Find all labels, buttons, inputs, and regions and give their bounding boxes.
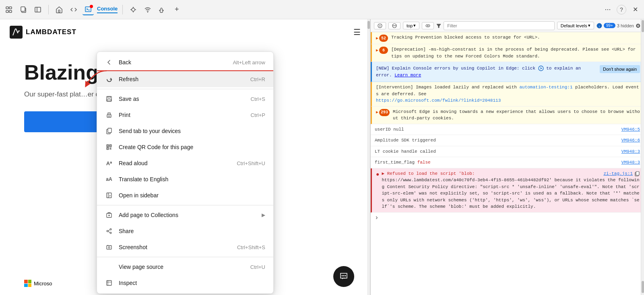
automation-testing-link[interactable]: automation-testing:1 [519,85,572,90]
sidebar-icon[interactable] [32,4,43,15]
wifi-icon[interactable] [142,4,153,15]
screenshot-menu-icon [105,243,113,251]
close-devtools-icon[interactable]: ✕ [630,4,641,15]
error-circle-icon: ● [376,170,379,179]
log-entry-10: ● ▶ Refused to load the script 'blob: zi… [371,168,644,213]
share-icon [105,227,113,235]
chat-fab-button[interactable] [333,266,354,287]
log-source-8[interactable]: VM948:3 [621,148,640,155]
copy-error-icon[interactable] [634,171,640,176]
expand-more-button[interactable]: › [371,213,644,223]
menu-item-save-as[interactable]: Save as Ctrl+S [97,91,273,107]
svg-point-48 [108,247,110,248]
view-source-icon [105,263,113,271]
save-as-icon [105,95,113,103]
console-tab-icon[interactable] [83,4,94,15]
menu-item-back[interactable]: Back Alt+Left arrow [97,54,273,70]
menu-item-refresh[interactable]: Refresh Ctrl+R [97,71,273,87]
primary-cta-button[interactable] [24,111,105,132]
menu-item-print[interactable]: Print Ctrl+P [97,107,273,123]
top-dropdown-icon: ▾ [413,23,416,28]
home-icon[interactable] [54,4,65,15]
error-text-block: ▶ Refused to load the script 'blob: zi-t… [382,170,640,210]
svg-rect-5 [21,7,25,11]
svg-point-43 [110,232,111,234]
inspect-label: Inspect [119,280,265,286]
send-tab-icon [105,127,113,135]
notification-badge: 99+ [604,23,615,28]
menu-item-translate[interactable]: aA Translate to English [97,171,273,187]
hidden-count: 3 hidden [617,23,634,28]
devtools-eye-btn[interactable] [422,22,434,29]
svg-rect-33 [107,148,108,149]
log-source-6[interactable]: VM946:5 [621,126,640,133]
hamburger-menu[interactable]: ☰ [353,27,361,37]
banner-text: [NEW] Explain Console errors by using Co… [376,65,597,78]
devtools-block-btn[interactable] [388,22,400,29]
default-levels-dropdown[interactable]: Default levels ▾ [557,22,594,29]
top-label: top [407,23,413,28]
console-log: ▶ 52 Tracking Prevention blocked access … [371,32,644,295]
view-source-shortcut: Ctrl+U [250,264,265,270]
page-content: LAMBDATEST ☰ Blazing…ation Our super-fas… [0,19,370,295]
devtools-top-dropdown[interactable]: top ▾ [403,22,419,29]
back-shortcut: Alt+Left arrow [233,59,265,66]
help-icon[interactable]: ? [617,5,626,14]
svg-point-42 [110,229,111,230]
ms-label: Microso [34,281,52,287]
toolbar-right: ··· ? ✕ [602,4,641,15]
more-options-icon[interactable]: ··· [602,4,613,15]
svg-rect-47 [107,246,111,249]
back-icon [105,58,113,66]
scroll-thumb-left [367,21,370,29]
svg-rect-8 [58,10,60,12]
log-source-7[interactable]: VM946:6 [621,137,640,144]
devtools-settings-icon[interactable]: ⚙ [636,23,641,29]
menu-item-send-tab[interactable]: Send tab to your devices [97,123,273,139]
log-entry-8: LT cookie handle called VM948:3 [371,146,644,158]
svg-rect-49 [107,281,111,285]
page-header: LAMBDATEST ☰ [0,19,370,45]
log-source-10[interactable]: zi-tag.js:1 [603,170,633,177]
view-source-label: View page source [119,264,245,270]
toolbar-divider-2 [122,5,123,14]
svg-rect-37 [107,193,111,198]
menu-item-screenshot[interactable]: Screenshot Ctrl+Shift+S [97,239,273,255]
qr-label: Create QR Code for this page [119,144,265,150]
default-levels-label: Default levels [561,23,587,28]
menu-item-qr[interactable]: Create QR Code for this page [97,139,273,155]
screenshot-shortcut: Ctrl+Shift+S [237,244,265,250]
menu-item-collections[interactable]: Add page to Collections ▶ [97,207,273,223]
log-text-5: Microsoft Edge is moving towards a new e… [393,109,640,122]
menu-item-inspect[interactable]: Inspect [97,275,273,291]
svg-rect-27 [108,128,111,133]
dont-show-again-button[interactable]: Don't show again [600,65,640,73]
extension-icon[interactable] [157,4,168,15]
log-entry-4: [Intervention] Images loaded lazily and … [371,82,644,107]
source-icon[interactable] [68,4,79,15]
add-tab-icon[interactable]: + [171,4,182,15]
log-entry-9: first_time_flag false VM948:3 [371,157,644,168]
menu-item-share[interactable]: Share [97,223,273,239]
svg-rect-25 [108,116,110,117]
screenshot-icon[interactable] [3,4,14,15]
log-source-9[interactable]: VM948:3 [621,159,640,166]
console-label[interactable]: Console [97,6,118,13]
scroll-thumb-bottom [642,281,644,293]
menu-item-view-source[interactable]: View page source Ctrl+U [97,259,273,275]
copilot-icon [538,66,544,71]
learn-more-link[interactable]: Learn more [394,73,421,78]
debug-icon[interactable] [128,4,139,15]
go-microsoft-link[interactable]: https://go.microsoft.com/fwlink/?linkid=… [376,98,501,103]
menu-item-open-sidebar[interactable]: Open in sidebar [97,187,273,203]
filter-input[interactable] [444,21,554,30]
devtools-new-entry-btn[interactable] [374,22,386,29]
svg-point-16 [147,11,148,12]
log-text-1: Tracking Prevention blocked access to st… [391,34,640,41]
print-icon [105,111,113,119]
menu-item-read-aloud[interactable]: Aᵃ Read aloud Ctrl+Shift+U [97,155,273,171]
collections-icon [105,211,113,219]
log-text-8: LT cookie handle called [375,148,618,155]
refresh-shortcut: Ctrl+R [250,76,265,82]
copy-icon[interactable] [18,4,29,15]
